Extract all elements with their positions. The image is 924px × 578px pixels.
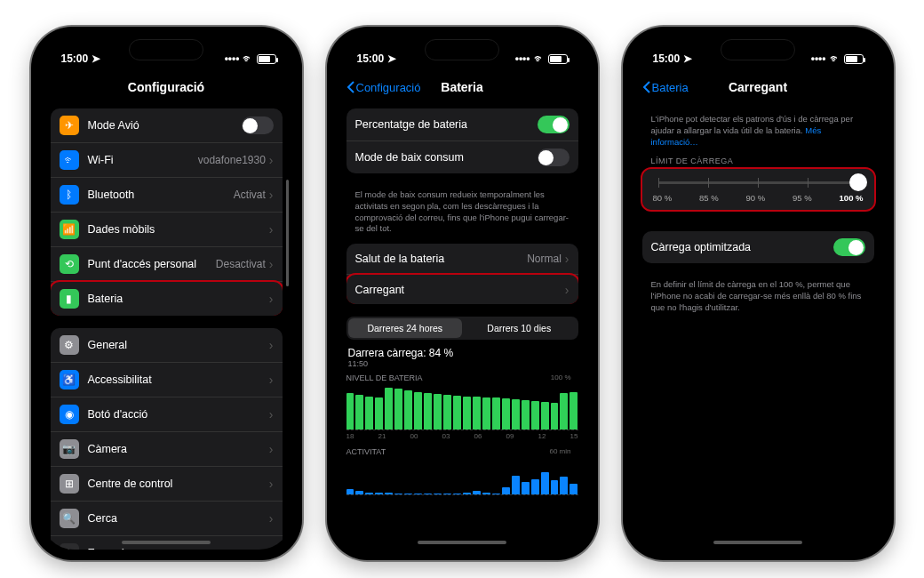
battery-icon — [844, 54, 864, 64]
chart-bar — [394, 494, 402, 494]
charge-limit-slider[interactable]: 80 %85 %90 %95 %100 % — [642, 169, 874, 210]
row-label: Mode de baix consum — [355, 151, 538, 164]
back-label: Configuració — [356, 81, 421, 94]
slider-label: 100 % — [840, 193, 864, 203]
row-label: Bateria — [88, 293, 269, 305]
settings-row-mode-avi-[interactable]: ✈Mode Avió — [51, 108, 283, 142]
chart-bar — [453, 396, 461, 429]
chevron-right-icon: › — [565, 252, 570, 266]
chart-bar — [482, 397, 490, 430]
row-icon: ⚙ — [60, 335, 79, 355]
chart-bar — [522, 400, 530, 429]
chevron-right-icon: › — [269, 511, 274, 526]
chart-bar — [512, 399, 520, 429]
row-icon: ⊞ — [60, 474, 79, 494]
chevron-right-icon: › — [269, 153, 274, 167]
chart-bar — [424, 494, 432, 494]
row-value: Desactivat — [216, 258, 266, 270]
settings-row-c-mera[interactable]: 📷Càmera› — [51, 431, 283, 466]
chart-bar — [424, 393, 432, 429]
chevron-right-icon: › — [269, 546, 274, 550]
home-indicator[interactable] — [418, 541, 506, 544]
slider-label: 90 % — [746, 193, 766, 203]
location-icon: ➤ — [683, 52, 692, 65]
home-indicator[interactable] — [122, 541, 211, 544]
chevron-right-icon: › — [269, 292, 274, 306]
chart-bar — [492, 397, 500, 429]
page-title: Bateria — [441, 80, 482, 94]
row-icon: 📷 — [60, 439, 79, 459]
slider-thumb[interactable] — [849, 173, 867, 191]
home-indicator[interactable] — [713, 541, 802, 544]
chart-bar — [404, 494, 412, 494]
low-power-footnote: El mode de baix consum redueix temporalm… — [346, 186, 578, 244]
settings-row-wi-fi[interactable]: ᯤWi-Fivodafone1930› — [51, 142, 283, 177]
chevron-right-icon: › — [269, 338, 274, 352]
row-label: Mode Avió — [88, 119, 242, 132]
chevron-right-icon: › — [269, 222, 274, 237]
chevron-right-icon: › — [269, 442, 274, 456]
chart-bar — [375, 493, 383, 495]
chart-bar — [365, 397, 373, 429]
chart-bar — [443, 395, 451, 429]
chart-bar — [502, 398, 510, 429]
row-value: Normal — [527, 253, 562, 265]
settings-row-carregant[interactable]: Carregant› — [346, 274, 578, 304]
highlight-ring — [641, 167, 876, 212]
time-range-segmented[interactable]: Darreres 24 hores Darrers 10 dies — [346, 317, 578, 340]
back-button[interactable]: Bateria — [642, 81, 689, 94]
settings-row-bot-d-acci-[interactable]: ◉Botó d'acció› — [51, 397, 283, 431]
wifi-icon: ᯤ — [243, 52, 253, 65]
phone-3: 15:00➤ ••••ᯤ Bateria Carregant L'iPhone … — [623, 27, 894, 560]
slider-track[interactable] — [658, 181, 858, 184]
row-toggle[interactable] — [538, 149, 570, 166]
x-tick: 06 — [474, 432, 482, 440]
location-icon: ➤ — [92, 52, 100, 65]
row-label: Wi-Fi — [88, 154, 198, 166]
battery-level-title: NIVELL DE BATERIA — [346, 373, 578, 382]
chart-bar — [375, 397, 383, 429]
battery-level-chart — [346, 386, 578, 430]
settings-row-cerca[interactable]: 🔍Cerca› — [51, 501, 283, 535]
settings-row-dades-m-bils[interactable]: 📶Dades mòbils› — [51, 212, 283, 246]
settings-row-centre-de-control[interactable]: ⊞Centre de control› — [51, 466, 283, 501]
wifi-icon: ᯤ — [830, 52, 840, 65]
chart-bar — [355, 491, 363, 494]
optimized-charging-toggle[interactable] — [833, 238, 865, 256]
settings-row-mode-de-baix-consum[interactable]: Mode de baix consum — [346, 140, 578, 173]
optimized-charging-row[interactable]: Càrrega optimitzada — [642, 231, 874, 263]
settings-row-bluetooth[interactable]: ᛒBluetoothActivat› — [51, 177, 283, 212]
x-tick: 18 — [346, 432, 354, 440]
charge-limit-header: LÍMIT DE CÀRREGA — [642, 157, 874, 169]
chevron-right-icon: › — [269, 188, 274, 202]
row-label: Centre de control — [88, 478, 269, 490]
row-icon: ᯤ — [60, 150, 79, 170]
signal-icon: •••• — [225, 52, 240, 65]
row-icon: ♿ — [60, 370, 79, 389]
settings-row-general[interactable]: ⚙General› — [51, 328, 283, 362]
settings-row-bateria[interactable]: ▮Bateria› — [51, 281, 283, 316]
row-toggle[interactable] — [538, 116, 570, 133]
chart-bar — [365, 493, 373, 495]
row-icon: ᛒ — [60, 185, 79, 205]
nav-bar: Configuració Bateria — [338, 71, 587, 103]
scroll-indicator[interactable] — [286, 180, 289, 286]
wifi-icon: ᯤ — [534, 52, 545, 65]
settings-row-salut-de-la-bateria[interactable]: Salut de la bateriaNormal› — [346, 244, 578, 274]
back-button[interactable]: Configuració — [346, 81, 421, 94]
row-label: Salut de la bateria — [355, 253, 528, 265]
row-label: Dades mòbils — [88, 223, 269, 236]
optimized-charging-footnote: En definir el límit de càrrega en el 100… — [642, 276, 874, 322]
dynamic-island — [721, 39, 795, 60]
chart-bar — [502, 487, 510, 494]
settings-row-accessibilitat[interactable]: ♿Accessibilitat› — [51, 362, 283, 397]
chart-bar — [463, 493, 471, 495]
settings-row-percentatge-de-bateria[interactable]: Percentatge de bateria — [346, 108, 578, 140]
chart-bar — [473, 491, 481, 494]
chart-bar — [522, 482, 530, 495]
segment-10d[interactable]: Darrers 10 dies — [462, 318, 577, 338]
settings-row-punt-d-acc-s-personal[interactable]: ⟲Punt d'accés personalDesactivat› — [51, 246, 283, 281]
row-toggle[interactable] — [242, 116, 274, 134]
segment-24h[interactable]: Darreres 24 hores — [348, 318, 463, 338]
row-icon: 📶 — [60, 220, 79, 239]
